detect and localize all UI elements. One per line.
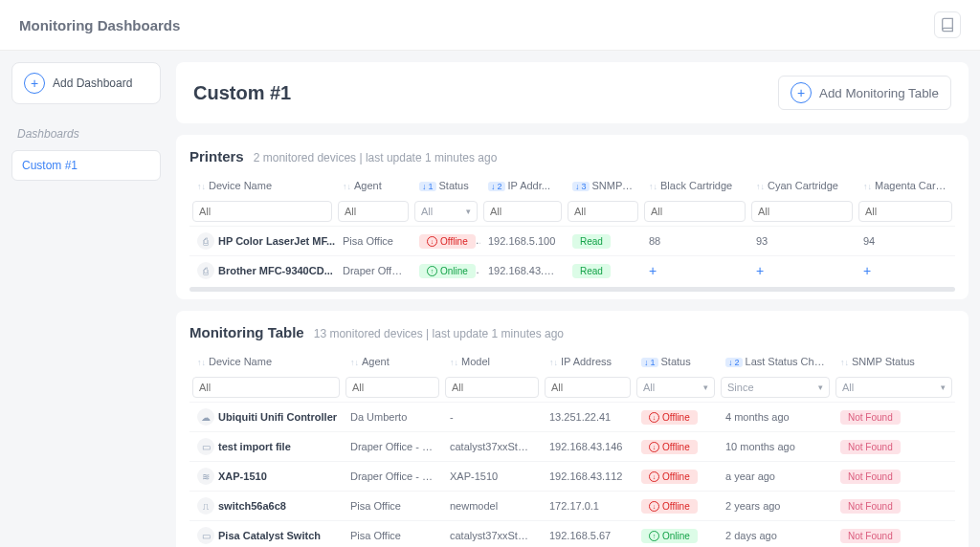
col-ip[interactable]: ↓2IP Addr... <box>480 174 565 197</box>
sort-icon: ↑↓ <box>840 358 849 367</box>
model-cell: newmodel <box>442 492 542 521</box>
col-agent[interactable]: ↑↓Agent <box>335 174 412 197</box>
filter-ip[interactable] <box>483 201 562 222</box>
model-cell: catalyst37xxStack <box>442 521 542 548</box>
add-dashboard-button[interactable]: + Add Dashboard <box>11 62 161 104</box>
switch-icon: ⎍ <box>197 497 214 514</box>
status-badge: ↑Online <box>419 264 476 278</box>
change-cell: 2 days ago <box>718 521 833 548</box>
filter-snmp[interactable] <box>568 201 638 222</box>
table-row[interactable]: ⎙Brother MFC-9340CD... Draper Office... … <box>189 256 955 286</box>
table-row[interactable]: ☁Ubiquiti Unifi Controller Da Umberto - … <box>189 403 955 432</box>
col-snmp[interactable]: ↑↓SNMP Status <box>833 350 955 373</box>
ip-cell: 192.168.43.112 <box>542 462 634 492</box>
status-icon: ↓ <box>649 471 659 482</box>
filter-model[interactable] <box>445 377 539 398</box>
agent-link[interactable]: Draper Office... <box>335 256 412 286</box>
sort-icon: ↑↓ <box>649 182 657 191</box>
device-name: Brother MFC-9340CD... <box>218 265 333 276</box>
filter-status[interactable]: All▾ <box>636 377 715 398</box>
monitoring-title: Monitoring Table <box>189 324 304 340</box>
col-change[interactable]: ↓2Last Status Change <box>718 350 833 373</box>
agent-link[interactable]: Pisa Office <box>343 521 442 548</box>
help-book-icon[interactable] <box>934 11 961 38</box>
col-status[interactable]: ↓1Status <box>412 174 480 197</box>
sort-icon: ↑↓ <box>756 182 765 191</box>
snmp-badge: Not Found <box>840 410 901 425</box>
snmp-badge: Not Found <box>840 529 901 543</box>
agent-link[interactable]: Draper Office - test <box>343 462 442 492</box>
filter-black[interactable] <box>644 201 746 222</box>
agent-link[interactable]: Da Umberto <box>343 403 442 432</box>
chevron-down-icon: ▾ <box>703 383 708 392</box>
add-value-button[interactable]: + <box>649 263 657 278</box>
chevron-down-icon: ▾ <box>941 383 946 392</box>
change-cell: 10 months ago <box>718 432 833 462</box>
col-device[interactable]: ↑↓Device Name <box>189 174 335 197</box>
sort-icon: ↑↓ <box>343 182 351 191</box>
cyan-cell: + <box>748 256 856 286</box>
device-name: XAP-1510 <box>218 470 267 482</box>
sort-icon: ↑↓ <box>450 358 458 367</box>
table-row[interactable]: ⎙HP Color LaserJet MF... Pisa Office ↓Of… <box>189 227 955 256</box>
monitoring-table: ↑↓Device Name ↑↓Agent ↑↓Model ↑↓IP Addre… <box>189 350 955 547</box>
col-cyan[interactable]: ↑↓Cyan Cartridge <box>748 174 856 197</box>
printers-table: ↑↓Device Name ↑↓Agent ↓1Status ↓2IP Addr… <box>189 174 955 285</box>
model-cell: XAP-1510 <box>442 462 542 492</box>
sort-badge: ↓2 <box>725 358 743 367</box>
sort-icon: ↑↓ <box>350 358 359 367</box>
model-cell: catalyst37xxStack <box>442 432 542 462</box>
col-device[interactable]: ↑↓Device Name <box>189 350 343 373</box>
change-cell: 4 months ago <box>718 403 833 432</box>
filter-ip[interactable] <box>545 377 631 398</box>
filter-device[interactable] <box>192 201 332 222</box>
plus-icon: + <box>24 73 45 94</box>
status-badge: ↓Offline <box>641 470 698 484</box>
col-model[interactable]: ↑↓Model <box>442 350 542 373</box>
laptop-icon: ▭ <box>197 438 214 455</box>
device-name: Ubiquiti Unifi Controller <box>218 411 337 423</box>
filter-status[interactable]: All▾ <box>414 201 478 222</box>
sidebar-item-custom1[interactable]: Custom #1 <box>11 150 161 181</box>
agent-link[interactable]: Pisa Office <box>343 492 442 521</box>
filter-agent[interactable] <box>338 201 409 222</box>
table-row[interactable]: ⎍switch56a6c8 Pisa Office newmodel 172.1… <box>189 492 955 521</box>
add-monitoring-table-button[interactable]: + Add Monitoring Table <box>778 76 951 110</box>
ip-cell: 192.168.43.105 <box>480 256 565 286</box>
sort-badge: ↓3 <box>572 182 590 191</box>
filter-change[interactable]: Since▾ <box>721 377 830 398</box>
horizontal-scrollbar[interactable] <box>189 287 955 292</box>
change-cell: 2 years ago <box>718 492 833 521</box>
filter-device[interactable] <box>192 377 340 398</box>
cyan-cell: 93 <box>748 227 856 256</box>
ip-cell: 13.251.22.41 <box>542 403 634 432</box>
chevron-down-icon: ▾ <box>818 383 823 392</box>
filter-snmp[interactable]: All▾ <box>835 377 952 398</box>
agent-link[interactable]: Draper Office - test <box>343 432 442 462</box>
filter-cyan[interactable] <box>751 201 853 222</box>
monitoring-subtitle: 13 monitored devices | last update 1 min… <box>314 327 564 340</box>
col-black[interactable]: ↑↓Black Cartridge <box>641 174 748 197</box>
black-cell: 88 <box>641 227 748 256</box>
agent-link[interactable]: Pisa Office <box>335 227 412 256</box>
col-status[interactable]: ↓1Status <box>634 350 718 373</box>
filter-agent[interactable] <box>345 377 439 398</box>
sort-badge: ↓1 <box>419 182 436 191</box>
col-agent[interactable]: ↑↓Agent <box>343 350 442 373</box>
add-value-button[interactable]: + <box>756 263 764 278</box>
col-snmp[interactable]: ↓3SNMP S... <box>565 174 641 197</box>
filter-magenta[interactable] <box>858 201 952 222</box>
table-row[interactable]: ▭Pisa Catalyst Switch Pisa Office cataly… <box>189 521 955 548</box>
printers-card: Printers 2 monitored devices | last upda… <box>176 135 969 299</box>
col-magenta[interactable]: ↑↓Magenta Cartridge <box>856 174 955 197</box>
table-row[interactable]: ≋XAP-1510 Draper Office - test XAP-1510 … <box>189 462 955 492</box>
snmp-badge: Read <box>572 264 611 278</box>
status-icon: ↓ <box>649 501 659 512</box>
page-title: Monitoring Dashboards <box>19 17 180 33</box>
status-badge: ↑Online <box>641 529 698 543</box>
table-row[interactable]: ▭test import file Draper Office - test c… <box>189 432 955 462</box>
add-value-button[interactable]: + <box>863 263 871 278</box>
status-icon: ↓ <box>649 412 659 423</box>
col-ip[interactable]: ↑↓IP Address <box>542 350 634 373</box>
status-icon: ↓ <box>649 442 659 452</box>
